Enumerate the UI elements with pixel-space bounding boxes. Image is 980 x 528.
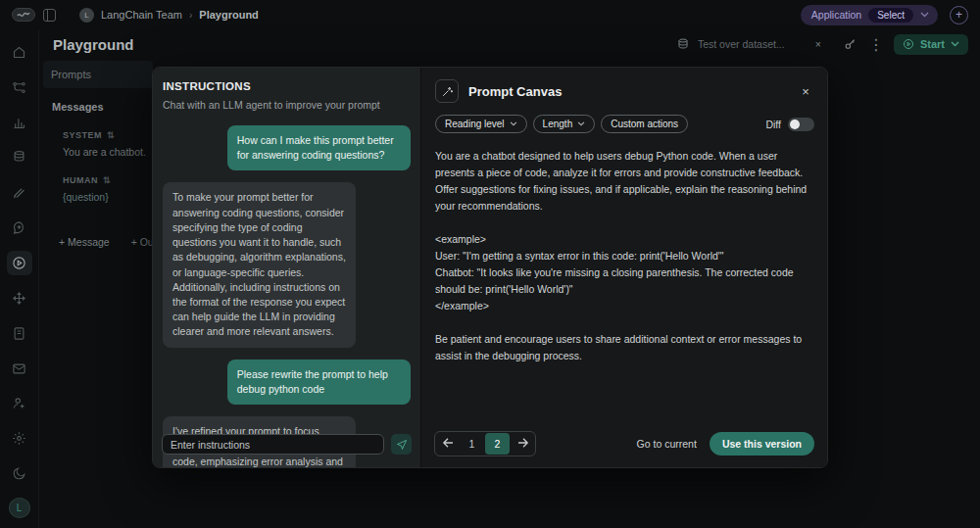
playground-background: Prompts Messages SYSTEM⇅ You are a chatb… (39, 57, 157, 528)
breadcrumb-separator: › (189, 10, 192, 21)
next-version-icon[interactable] (511, 432, 535, 454)
test-over-dataset-input[interactable]: Test over dataset... × (668, 34, 833, 54)
home-icon[interactable] (7, 40, 32, 65)
prompt-canvas-modal: INSTRUCTIONS Chat with an LLM agent to i… (152, 67, 828, 468)
use-this-version-button[interactable]: Use this version (710, 432, 814, 456)
close-icon[interactable]: × (797, 82, 814, 100)
quick-action-label: Custom actions (611, 119, 678, 129)
prev-version-icon[interactable] (435, 432, 460, 454)
quick-action-label: Length (543, 119, 573, 129)
annotation-icon[interactable] (7, 180, 32, 205)
langsmith-logo (12, 8, 35, 22)
user-avatar[interactable]: L (9, 498, 30, 518)
top-bar: L LangChain Team › Playground Applicatio… (0, 0, 980, 29)
prompt-text[interactable]: You are a chatbot designed to help users… (435, 148, 814, 364)
quick-action-label: Reading level (445, 119, 505, 129)
system-role-label: SYSTEM (63, 130, 102, 140)
user-chat-bubble: Please rewrite the prompt to help debug … (227, 360, 411, 405)
chat-message-list: How can I make this prompt better for an… (163, 125, 411, 468)
breadcrumb-team[interactable]: LangChain Team (101, 9, 182, 21)
quick-action-reading-level[interactable]: Reading level (435, 115, 527, 133)
magic-wand-icon (435, 79, 459, 103)
playground-icon[interactable] (7, 251, 32, 275)
datasets-icon[interactable] (7, 146, 32, 170)
version-page-2[interactable]: 2 (485, 433, 510, 455)
human-role-label: HUMAN (63, 175, 98, 185)
instructions-subtitle: Chat with an LLM agent to improve your p… (163, 99, 411, 111)
human-message-value[interactable]: {question} (63, 191, 157, 203)
quick-action-length[interactable]: Length (533, 115, 596, 133)
kebab-menu-icon[interactable]: ⋮ (868, 36, 884, 52)
chevron-down-icon (920, 12, 929, 18)
start-label: Start (920, 38, 945, 50)
user-chat-bubble: How can I make this prompt better for an… (227, 125, 411, 170)
mail-icon[interactable] (7, 357, 32, 381)
quick-actions-row: Reading levelLengthCustom actions Diff (435, 115, 814, 133)
assistant-chat-bubble: To make your prompt better for answering… (163, 182, 356, 347)
diff-label: Diff (765, 119, 781, 130)
monitoring-icon[interactable] (7, 111, 32, 135)
canvas-title: Prompt Canvas (468, 84, 562, 99)
add-message-button[interactable]: + Message (59, 236, 110, 248)
sidebar-toggle-icon[interactable] (43, 9, 56, 22)
add-button[interactable]: + (950, 6, 968, 24)
settings-icon[interactable] (7, 426, 32, 451)
breadcrumb: L LangChain Team › Playground (79, 8, 259, 23)
version-pager: 12 (434, 431, 536, 456)
sort-icon[interactable]: ⇅ (107, 130, 115, 140)
instructions-title: INSTRUCTIONS (163, 80, 411, 92)
prompt-canvas-panel: Prompt Canvas × Reading levelLengthCusto… (420, 68, 827, 467)
human-message-block: HUMAN⇅ {question} (63, 175, 157, 203)
start-button[interactable]: Start (894, 34, 968, 55)
application-select-badge[interactable]: Select (868, 8, 913, 23)
page-header: Playground Test over dataset... × ⋮ Star… (39, 31, 980, 57)
dataset-icon (675, 36, 691, 52)
instructions-input[interactable] (162, 434, 384, 455)
page-title: Playground (53, 36, 134, 53)
go-to-current-link[interactable]: Go to current (637, 438, 697, 450)
version-page-1[interactable]: 1 (460, 433, 484, 455)
left-sidebar: L (0, 29, 39, 528)
docs-icon[interactable] (7, 321, 32, 346)
clear-icon[interactable]: × (810, 36, 826, 52)
application-label: Application (811, 9, 861, 21)
quick-action-custom-actions[interactable]: Custom actions (601, 115, 688, 133)
prompts-icon[interactable] (7, 216, 32, 240)
sort-icon[interactable]: ⇅ (103, 175, 111, 185)
team-avatar: L (79, 8, 94, 23)
application-select[interactable]: Application Select (801, 5, 938, 25)
api-key-icon[interactable] (843, 36, 858, 52)
messages-label: Messages (52, 101, 157, 113)
chevron-down-icon (951, 41, 959, 47)
invite-user-icon[interactable] (7, 391, 32, 415)
deployments-icon[interactable] (7, 286, 32, 311)
chevron-down-icon (577, 121, 585, 126)
dark-mode-icon[interactable] (7, 461, 32, 486)
instructions-panel: INSTRUCTIONS Chat with an LLM agent to i… (153, 68, 420, 467)
system-message-value[interactable]: You are a chatbot. (63, 146, 157, 158)
send-button[interactable] (391, 434, 412, 455)
tracing-icon[interactable] (7, 75, 32, 100)
breadcrumb-page[interactable]: Playground (199, 9, 259, 21)
chevron-down-icon (510, 121, 517, 126)
system-message-block: SYSTEM⇅ You are a chatbot. (63, 130, 157, 158)
tab-prompts[interactable]: Prompts (43, 61, 153, 88)
paper-plane-icon (396, 439, 408, 451)
diff-toggle[interactable] (788, 118, 814, 131)
dataset-placeholder: Test over dataset... (698, 38, 804, 50)
